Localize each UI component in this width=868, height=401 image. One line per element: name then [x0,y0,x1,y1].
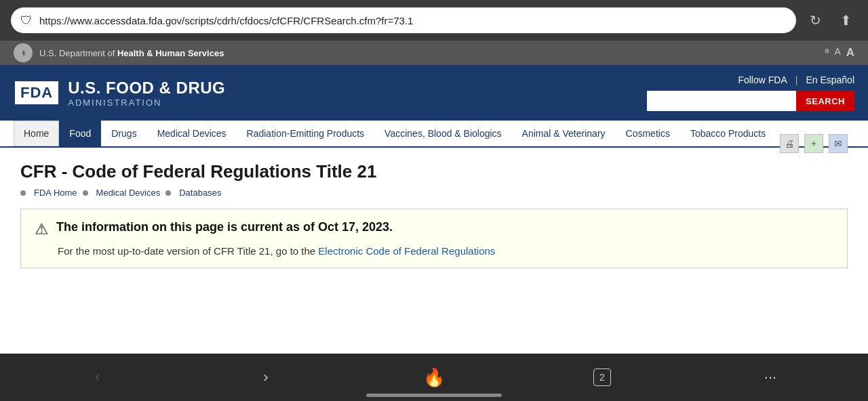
nav-item-radiation[interactable]: Radiation-Emitting Products [237,121,375,146]
fda-header-right: Follow FDA | En Español SEARCH [647,75,854,111]
hhs-logo-icon: ⚕ [14,43,33,62]
alert-body: For the most up-to-date version of CFR T… [35,245,833,257]
nav-item-animal[interactable]: Animal & Veterinary [512,121,616,146]
hhs-logo-area: ⚕ U.S. Department of Health & Human Serv… [14,43,224,62]
nav-item-cosmetics[interactable]: Cosmetics [616,121,680,146]
breadcrumb-bullet-1 [20,190,26,196]
nav-item-home[interactable]: Home [14,121,59,146]
add-button[interactable]: ＋ [804,134,823,153]
links-divider: | [795,75,798,85]
shield-icon: 🛡 [20,14,33,28]
fda-title-sub: ADMINISTRATION [68,98,225,108]
alert-body-text: For the most up-to-date version of CFR T… [58,245,318,257]
fda-logo-box: FDA [14,80,60,106]
search-button[interactable]: SEARCH [796,91,854,111]
share-button[interactable]: ⬆ [835,9,857,31]
espanol-link[interactable]: En Español [806,75,854,85]
scroll-indicator [366,394,502,397]
main-content: 🖨 ＋ ✉ CFR - Code of Federal Regulations … [0,148,868,268]
search-input[interactable] [647,91,796,111]
breadcrumb: FDA Home Medical Devices Databases [20,188,848,198]
breadcrumb-fda-home[interactable]: FDA Home [34,188,77,198]
more-button[interactable]: ··· [750,360,791,394]
hhs-org-name: U.S. Department of Health & Human Servic… [39,48,224,58]
email-button[interactable]: ✉ [829,134,848,153]
font-size-medium[interactable]: A [834,46,840,60]
search-area: SEARCH [647,91,854,111]
fda-header: FDA U.S. FOOD & DRUG ADMINISTRATION Foll… [0,65,868,121]
font-size-large[interactable]: A [846,46,854,60]
browser-chrome: 🛡 https://www.accessdata.fda.gov/scripts… [0,0,868,41]
ecfr-link[interactable]: Electronic Code of Federal Regulations [318,245,495,257]
fda-header-links: Follow FDA | En Español [738,75,854,85]
home-button[interactable]: 🔥 [414,360,454,394]
nav-item-medical-devices[interactable]: Medical Devices [147,121,237,146]
nav-item-food[interactable]: Food [59,121,101,146]
reload-button[interactable]: ↻ [804,9,827,31]
font-size-small[interactable]: a [825,46,829,60]
alert-box: ⚠ The information on this page is curren… [20,209,848,268]
breadcrumb-medical-devices[interactable]: Medical Devices [96,188,161,198]
breadcrumb-bullet-2 [83,190,88,196]
nav-bar: Home Food Drugs Medical Devices Radiatio… [0,121,868,148]
fda-logo-area: FDA U.S. FOOD & DRUG ADMINISTRATION [14,79,225,108]
address-bar[interactable]: 🛡 https://www.accessdata.fda.gov/scripts… [11,7,796,33]
forward-button[interactable]: › [245,360,286,394]
warning-icon: ⚠ [35,221,48,238]
tab-count: 2 [593,368,611,386]
fda-title-main: U.S. FOOD & DRUG [68,79,225,98]
url-text: https://www.accessdata.fda.gov/scripts/c… [39,15,787,26]
nav-item-tobacco[interactable]: Tobacco Products [680,121,776,146]
alert-heading-text: The information on this page is current … [56,220,393,234]
tab-switcher[interactable]: 2 [582,360,623,394]
hhs-bar: ⚕ U.S. Department of Health & Human Serv… [0,41,868,65]
breadcrumb-bullet-3 [165,190,171,196]
fda-title: U.S. FOOD & DRUG ADMINISTRATION [68,79,225,108]
hhs-font-size-controls[interactable]: a A A [825,46,854,60]
follow-fda-link[interactable]: Follow FDA [738,75,787,85]
print-button[interactable]: 🖨 [780,134,799,153]
nav-item-vaccines[interactable]: Vaccines, Blood & Biologics [374,121,512,146]
back-button[interactable]: ‹ [77,360,118,394]
page-title: CFR - Code of Federal Regulations Title … [20,161,848,182]
alert-header: ⚠ The information on this page is curren… [35,220,833,238]
nav-item-drugs[interactable]: Drugs [101,121,146,146]
page-action-icons: 🖨 ＋ ✉ [780,134,848,153]
breadcrumb-databases[interactable]: Databases [179,188,221,198]
